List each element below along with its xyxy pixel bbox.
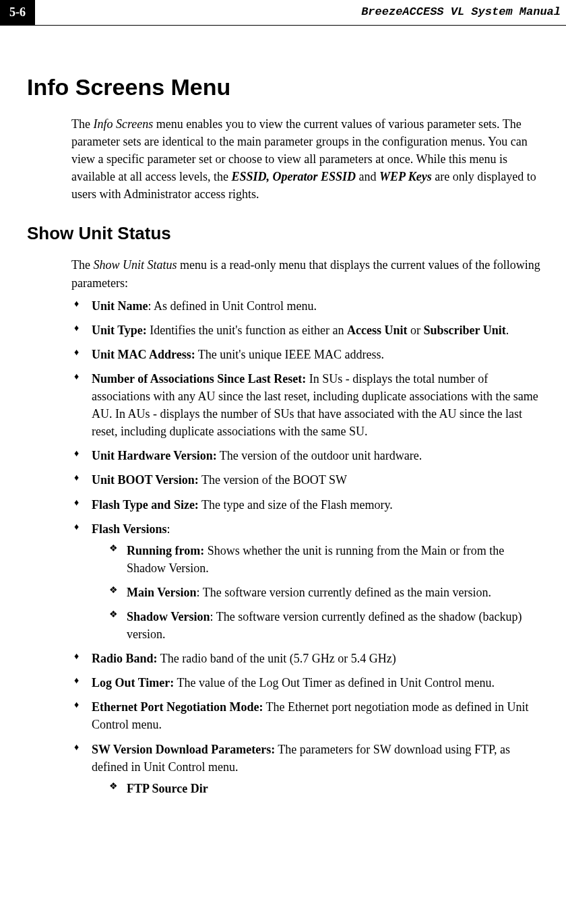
document-title: BreezeACCESS VL System Manual xyxy=(35,0,566,25)
item-text: Identifies the unit's function as either… xyxy=(147,324,347,337)
list-item: Flash Versions: Running from: Shows whet… xyxy=(71,520,544,644)
text: The xyxy=(71,117,93,131)
item-label: Unit Type: xyxy=(92,324,147,337)
item-label: Flash Versions xyxy=(92,522,167,536)
list-item: SW Version Download Parameters: The para… xyxy=(71,741,544,797)
list-item: Log Out Timer: The value of the Log Out … xyxy=(71,674,544,691)
item-label: Flash Type and Size: xyxy=(92,498,199,512)
list-item: Unit BOOT Version: The version of the BO… xyxy=(71,471,544,489)
page-number: 5-6 xyxy=(0,0,35,25)
list-item: Unit Type: Identifies the unit's functio… xyxy=(71,321,544,339)
item-text: or xyxy=(408,324,424,337)
item-label: Unit Hardware Version: xyxy=(92,449,217,462)
item-text: : The software version currently defined… xyxy=(197,586,492,599)
list-item: Radio Band: The radio band of the unit (… xyxy=(71,650,544,667)
status-intro-paragraph: The Show Unit Status menu is a read-only… xyxy=(71,256,544,291)
item-label: SW Version Download Parameters: xyxy=(92,743,275,756)
text-bold-italic: ESSID, Operator ESSID xyxy=(231,170,356,183)
list-item: Ethernet Port Negotiation Mode: The Ethe… xyxy=(71,698,544,733)
heading-info-screens-menu: Info Screens Menu xyxy=(27,74,544,100)
text-bold: Access Unit xyxy=(347,324,407,337)
item-text: . xyxy=(506,324,509,337)
item-text: The type and size of the Flash memory. xyxy=(199,498,393,512)
item-text: The value of the Log Out Timer as define… xyxy=(174,676,495,689)
page-content: Info Screens Menu The Info Screens menu … xyxy=(0,26,566,797)
text: The xyxy=(71,258,93,272)
item-label: Main Version xyxy=(127,586,197,599)
list-item: Running from: Shows whether the unit is … xyxy=(109,542,544,577)
item-text: The version of the BOOT SW xyxy=(199,473,347,487)
text-italic: Info Screens xyxy=(93,117,153,131)
item-label: Log Out Timer: xyxy=(92,676,174,689)
list-item: Number of Associations Since Last Reset:… xyxy=(71,370,544,440)
item-label: Unit Name xyxy=(92,299,148,313)
item-label: Ethernet Port Negotiation Mode: xyxy=(92,700,263,714)
parameter-list: Unit Name: As defined in Unit Control me… xyxy=(71,297,544,797)
text-bold-italic: WEP Keys xyxy=(379,170,432,183)
item-label: Shadow Version xyxy=(127,610,210,623)
item-label: FTP Source Dir xyxy=(127,782,208,795)
text-italic: Show Unit Status xyxy=(93,258,177,272)
item-text: The radio band of the unit (5.7 GHz or 5… xyxy=(158,652,396,665)
item-label: Unit BOOT Version: xyxy=(92,473,199,487)
sub-list: FTP Source Dir xyxy=(109,780,544,797)
list-item: Flash Type and Size: The type and size o… xyxy=(71,496,544,514)
list-item: Shadow Version: The software version cur… xyxy=(109,608,544,643)
text: and xyxy=(356,170,379,183)
item-text: The unit's unique IEEE MAC address. xyxy=(195,348,384,361)
page-header: 5-6 BreezeACCESS VL System Manual xyxy=(0,0,566,26)
item-label: Radio Band: xyxy=(92,652,158,665)
intro-paragraph: The Info Screens menu enables you to vie… xyxy=(71,115,544,203)
item-text: The version of the outdoor unit hardware… xyxy=(217,449,422,462)
list-item: Unit MAC Address: The unit's unique IEEE… xyxy=(71,346,544,363)
list-item: Unit Name: As defined in Unit Control me… xyxy=(71,297,544,315)
list-item: Main Version: The software version curre… xyxy=(109,584,544,601)
item-label: Unit MAC Address: xyxy=(92,348,195,361)
item-label: Number of Associations Since Last Reset: xyxy=(92,372,306,386)
item-text: : As defined in Unit Control menu. xyxy=(148,299,317,313)
sub-list: Running from: Shows whether the unit is … xyxy=(109,542,544,643)
item-text: : xyxy=(167,522,170,536)
text-bold: Subscriber Unit xyxy=(424,324,506,337)
list-item: Unit Hardware Version: The version of th… xyxy=(71,447,544,464)
list-item: FTP Source Dir xyxy=(109,780,544,797)
item-label: Running from: xyxy=(127,544,204,557)
heading-show-unit-status: Show Unit Status xyxy=(27,223,544,244)
